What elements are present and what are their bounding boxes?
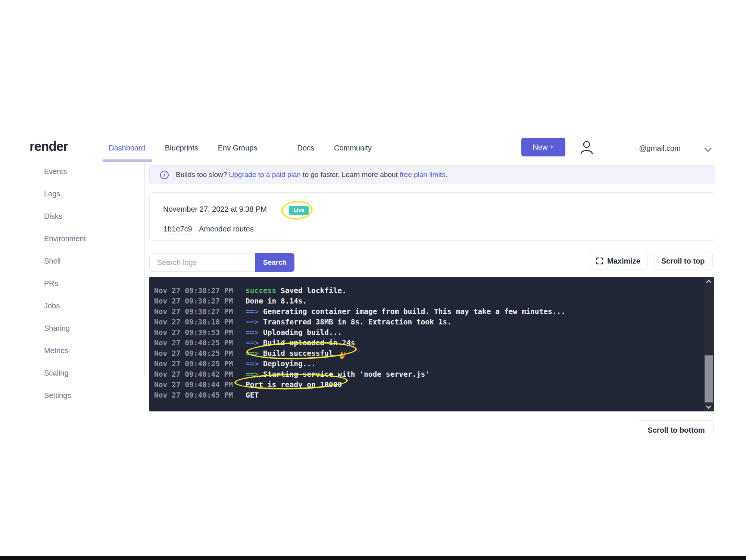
user-avatar-icon[interactable] [579, 140, 594, 156]
log-segment: Saved lockfile. [276, 286, 346, 295]
maximize-button[interactable]: Maximize [589, 252, 647, 270]
sidebar-divider [144, 163, 145, 378]
scroll-to-top-button[interactable]: Scroll to top [653, 252, 713, 270]
account-email: · @gmail.com [634, 144, 681, 153]
log-timestamp: Nov 27 09:38:27 PM [154, 286, 232, 296]
log-line: Nov 27 09:40:25 PM==> Deploying... [154, 359, 699, 369]
nav-link-docs[interactable]: Docs [297, 144, 314, 152]
log-timestamp: Nov 27 09:40:25 PM [154, 348, 232, 359]
deploy-date: November 27, 2022 at 9:38 PM [163, 205, 267, 214]
service-sidebar: EventsLogsDisksEnvironmentShellPRsJobsSh… [44, 167, 86, 400]
log-timestamp: Nov 27 09:38:18 PM [154, 317, 232, 327]
log-message: ==> Transferred 38MB in 8s. Extraction t… [246, 318, 452, 326]
log-message: Port is ready on 10000 [246, 380, 342, 389]
sidebar-item-shell[interactable]: Shell [44, 257, 86, 265]
upgrade-banner: i Builds too slow? Upgrade to a paid pla… [149, 165, 715, 184]
log-segment: ==> [246, 370, 263, 379]
nav-link-dashboard[interactable]: Dashboard [109, 144, 145, 152]
log-message: success Saved lockfile. [246, 286, 346, 295]
banner-text: Builds too slow? Upgrade to a paid plan … [176, 171, 447, 179]
log-segment: Port is ready on 10000 [246, 380, 342, 389]
nav-link-community[interactable]: Community [334, 144, 372, 152]
log-segment: Build uploaded in 24s [263, 339, 355, 347]
sidebar-item-environment[interactable]: Environment [44, 234, 86, 243]
log-segment: Build successful [263, 349, 338, 358]
log-segment: ==> [246, 318, 263, 326]
sidebar-item-logs[interactable]: Logs [44, 190, 86, 198]
log-timestamp: Nov 27 09:38:27 PM [154, 296, 232, 307]
chevron-down-icon[interactable] [704, 144, 712, 152]
search-button[interactable]: Search [255, 253, 294, 272]
scrollbar-up-icon[interactable] [706, 280, 711, 285]
sidebar-item-sharing[interactable]: Sharing [44, 324, 86, 333]
new-button[interactable]: New + [521, 138, 565, 156]
log-segment: Uploading build... [263, 328, 342, 337]
sidebar-item-scaling[interactable]: Scaling [44, 369, 86, 377]
info-icon: i [160, 171, 169, 179]
log-line: Nov 27 09:38:27 PM==> Generating contain… [154, 307, 699, 317]
sidebar-item-jobs[interactable]: Jobs [44, 302, 86, 310]
log-message: ==> Build uploaded in 24s [246, 339, 355, 347]
deploy-card: November 27, 2022 at 9:38 PM Live 1b1e7c… [149, 192, 715, 241]
log-message: GET [246, 391, 259, 399]
log-timestamp: Nov 27 09:40:25 PM [154, 359, 232, 369]
log-segment: Starting service with 'node server.js' [263, 370, 430, 379]
log-line: Nov 27 09:39:53 PM==> Uploading build... [154, 327, 699, 338]
log-line: Nov 27 09:40:42 PM==> Starting service w… [154, 369, 699, 380]
nav-links: DashboardBlueprintsEnv GroupsDocsCommuni… [109, 144, 372, 152]
scrollbar-down-icon[interactable] [706, 404, 711, 409]
maximize-icon [596, 257, 603, 265]
sidebar-item-disks[interactable]: Disks [44, 212, 86, 221]
log-segment: ==> [246, 349, 263, 358]
sidebar-item-metrics[interactable]: Metrics [44, 346, 86, 355]
party-popper-icon: 🎉 [338, 352, 347, 359]
sidebar-item-events[interactable]: Events [44, 167, 86, 176]
commit-hash-link[interactable]: 1b1e7c9 [163, 225, 192, 234]
banner-text-segment: to go faster. Learn more about [301, 171, 400, 178]
log-segment: ==> [246, 307, 263, 316]
log-timestamp: Nov 27 09:40:45 PM [154, 390, 232, 401]
log-timestamp: Nov 27 09:38:27 PM [154, 307, 232, 317]
log-segment: success [246, 286, 276, 295]
bottom-bar [0, 556, 746, 560]
log-segment: GET [246, 391, 259, 399]
log-message: ==> Uploading build... [246, 328, 342, 337]
log-terminal: Nov 27 09:38:27 PMsuccess Saved lockfile… [149, 277, 714, 411]
commit-message: Amended routes [199, 225, 254, 233]
log-line: Nov 27 09:40:25 PM==> Build uploaded in … [154, 338, 699, 348]
log-segment: Transferred 38MB in 8s. Extraction took … [263, 318, 452, 326]
banner-text-segment: . [445, 171, 447, 178]
log-message: ==> Build successful 🎉 [246, 349, 347, 358]
dashboard-active-underline [103, 159, 152, 162]
scrollbar-thumb[interactable] [705, 355, 713, 402]
log-line: Nov 27 09:40:25 PM==> Build successful 🎉 [154, 348, 699, 359]
log-lines: Nov 27 09:38:27 PMsuccess Saved lockfile… [154, 286, 699, 401]
sidebar-item-prs[interactable]: PRs [44, 279, 86, 288]
log-segment: Done in 8.14s. [246, 297, 307, 305]
maximize-label: Maximize [607, 257, 640, 265]
nav-link-blueprints[interactable]: Blueprints [165, 144, 198, 152]
banner-text-segment: Builds too slow? [176, 171, 229, 178]
terminal-scrollbar[interactable] [704, 277, 714, 411]
nav-link-env-groups[interactable]: Env Groups [218, 144, 257, 152]
log-timestamp: Nov 27 09:40:44 PM [154, 380, 232, 390]
log-message: ==> Generating container image from buil… [246, 307, 565, 316]
banner-link-upgrade-to-a-paid-plan[interactable]: Upgrade to a paid plan [229, 171, 301, 178]
nav-divider [277, 140, 277, 157]
log-segment: Generating container image from build. T… [263, 307, 565, 316]
log-segment: ==> [246, 328, 263, 337]
sidebar-item-settings[interactable]: Settings [44, 391, 86, 400]
log-line: Nov 27 09:40:45 PMGET [154, 390, 699, 401]
render-logo[interactable]: render [29, 139, 68, 154]
log-message: ==> Deploying... [246, 360, 316, 368]
log-segment: Deploying... [263, 360, 316, 368]
live-status-badge: Live [289, 206, 309, 215]
search-logs-input[interactable] [149, 253, 255, 272]
banner-link-free-plan-limits[interactable]: free plan limits [400, 171, 446, 178]
log-line: Nov 27 09:38:18 PM==> Transferred 38MB i… [154, 317, 699, 327]
log-message: ==> Starting service with 'node server.j… [246, 370, 430, 379]
log-segment: ==> [246, 339, 263, 347]
log-message: Done in 8.14s. [246, 297, 307, 305]
log-timestamp: Nov 27 09:39:53 PM [154, 327, 232, 338]
viewport-cut-overlay [631, 436, 735, 451]
